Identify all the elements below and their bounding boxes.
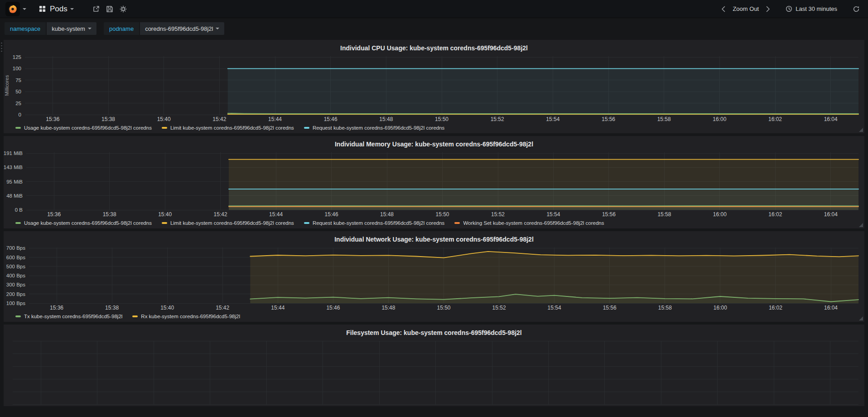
legend-item[interactable]: Rx kube-system coredns-695f96dcd5-98j2l — [132, 314, 240, 319]
x-axis-tick-label: 15:58 — [657, 211, 671, 218]
dashboard-picker[interactable]: Pods — [35, 3, 77, 15]
x-axis-tick-label: 15:40 — [160, 305, 174, 311]
x-axis-tick-label: 16:00 — [713, 116, 726, 122]
template-variables-bar: namespace kube-system podname coredns-69… — [0, 22, 868, 35]
panel-title[interactable]: Filesystem Usage: kube-system coredns-69… — [4, 327, 864, 338]
cpu-usage-legend: Usage kube-system coredns-695f96dcd5-98j… — [4, 122, 864, 133]
y-axis-tick-label: 200 Bps — [6, 291, 25, 297]
legend-item[interactable]: Limit kube-system coredns-695f96dcd5-98j… — [162, 125, 294, 131]
series-color-icon — [162, 222, 167, 224]
clock-icon — [786, 5, 792, 12]
variable-label-namespace: namespace — [5, 22, 46, 35]
x-axis-tick-label: 15:50 — [435, 211, 449, 218]
legend-item[interactable]: Request kube-system coredns-695f96dcd5-9… — [304, 125, 445, 131]
variable-value-podname[interactable]: coredns-695f96dcd5-98j2l — [140, 22, 224, 35]
y-axis-tick-label: 125 — [13, 54, 21, 60]
legend-item[interactable]: Request kube-system coredns-695f96dcd5-9… — [304, 220, 445, 226]
variable-value-namespace[interactable]: kube-system — [47, 22, 96, 35]
x-axis-tick-label: 16:00 — [713, 211, 727, 218]
panel-title-text: Individual Network Usage: kube-system co… — [334, 236, 534, 243]
x-axis-tick-label: 15:52 — [491, 211, 505, 218]
cpu-usage-chart[interactable]: 025507510012515:3615:3815:4015:4215:4415… — [4, 53, 864, 122]
legend-item[interactable]: Usage kube-system coredns-695f96dcd5-98j… — [15, 220, 152, 226]
x-axis-tick-label: 15:38 — [105, 305, 119, 311]
time-shift-forward-button[interactable] — [763, 4, 773, 14]
x-axis-tick-label: 15:52 — [491, 116, 504, 122]
y-axis-tick-label: 191 MiB — [4, 150, 23, 156]
x-axis-tick-label: 16:04 — [824, 211, 838, 218]
x-axis-tick-label: 15:54 — [546, 116, 559, 122]
series-color-icon — [162, 127, 167, 129]
legend-label: Limit kube-system coredns-695f96dcd5-98j… — [170, 220, 294, 226]
x-axis-tick-label: 15:36 — [50, 305, 63, 311]
x-axis-tick-label: 15:44 — [268, 116, 282, 122]
refresh-button[interactable] — [850, 4, 863, 15]
chart-canvas[interactable] — [4, 338, 864, 406]
x-axis-tick-label: 15:42 — [214, 211, 227, 218]
y-axis-tick-label: 300 Bps — [6, 282, 25, 287]
x-axis-tick-label: 16:02 — [768, 211, 782, 218]
panel-resize-handle[interactable] — [859, 316, 863, 320]
dashboard-grid-icon — [39, 5, 46, 12]
gear-icon — [120, 5, 127, 13]
y-axis-tick-label: 600 Bps — [6, 255, 25, 260]
legend-label: Usage kube-system coredns-695f96dcd5-98j… — [24, 220, 152, 226]
legend-item[interactable]: Working Set kube-system coredns-695f96dc… — [454, 220, 604, 226]
x-axis-tick-label: 15:40 — [157, 116, 171, 122]
save-button[interactable] — [103, 4, 116, 15]
x-axis-tick-label: 15:56 — [602, 211, 616, 218]
series-color-icon — [15, 127, 21, 129]
legend-label: Request kube-system coredns-695f96dcd5-9… — [313, 125, 445, 131]
x-axis-tick-label: 15:44 — [271, 305, 285, 311]
navbar: Pods Zoom — [0, 0, 868, 18]
chart-canvas[interactable]: 100 Bps200 Bps300 Bps400 Bps500 Bps600 B… — [4, 245, 864, 311]
x-axis-tick-label: 16:04 — [824, 305, 838, 311]
zoom-out-button[interactable]: Zoom Out — [730, 4, 762, 14]
memory-usage-chart[interactable]: 0 B48 MiB95 MiB143 MiB191 MiB15:3615:381… — [4, 150, 864, 218]
legend-item[interactable]: Tx kube-system coredns-695f96dcd5-98j2l — [15, 314, 122, 319]
x-axis-tick-label: 15:42 — [212, 116, 226, 122]
y-axis-tick-label: 48 MiB — [6, 193, 23, 199]
y-axis-tick-label: 0 B — [15, 207, 23, 213]
chart-canvas[interactable]: 025507510012515:3615:3815:4015:4215:4415… — [4, 53, 864, 122]
grafana-main-menu[interactable] — [5, 2, 26, 16]
memory-usage-legend: Usage kube-system coredns-695f96dcd5-98j… — [4, 218, 864, 228]
x-axis-tick-label: 15:38 — [103, 211, 116, 218]
panel-title[interactable]: Individual Network Usage: kube-system co… — [4, 234, 864, 245]
panel-resize-handle[interactable] — [859, 128, 863, 132]
variable-label-podname: podname — [104, 22, 139, 35]
legend-item[interactable]: Usage kube-system coredns-695f96dcd5-98j… — [15, 125, 152, 131]
row-drag-handle[interactable] — [0, 42, 3, 53]
series-color-icon — [454, 222, 460, 224]
x-axis-tick-label: 15:46 — [325, 211, 338, 218]
time-range-button[interactable]: Last 30 minutes — [783, 4, 840, 14]
series-color-icon — [304, 127, 309, 129]
x-axis-tick-label: 16:04 — [824, 116, 838, 122]
y-axis-tick-label: 25 — [15, 101, 21, 106]
x-axis-tick-label: 15:36 — [46, 116, 59, 122]
panel-title[interactable]: Individual CPU Usage: kube-system coredn… — [4, 43, 864, 53]
x-axis-tick-label: 15:52 — [492, 305, 506, 311]
network-usage-chart[interactable]: 100 Bps200 Bps300 Bps400 Bps500 Bps600 B… — [4, 245, 864, 311]
panel-title-text: Individual Memory Usage: kube-system cor… — [335, 141, 533, 148]
legend-label: Working Set kube-system coredns-695f96dc… — [463, 220, 604, 226]
legend-item[interactable]: Limit kube-system coredns-695f96dcd5-98j… — [162, 220, 294, 226]
share-icon — [92, 5, 100, 13]
chevron-right-icon — [766, 6, 770, 12]
share-button[interactable] — [89, 4, 103, 15]
panel-title[interactable]: Individual Memory Usage: kube-system cor… — [4, 139, 864, 150]
y-axis-tick-label: 75 — [15, 78, 21, 83]
filesystem-usage-chart[interactable] — [4, 338, 864, 406]
time-shift-back-button[interactable] — [719, 4, 728, 14]
x-axis-tick-label: 15:48 — [380, 211, 394, 218]
y-axis-tick-label: 100 — [13, 66, 21, 71]
y-axis-unit-label: Millicores — [4, 75, 10, 96]
x-axis-tick-label: 15:54 — [546, 211, 560, 218]
panel-resize-handle[interactable] — [859, 223, 863, 227]
chart-canvas[interactable]: 0 B48 MiB95 MiB143 MiB191 MiB15:3615:381… — [4, 150, 864, 218]
variable-value-text: kube-system — [52, 25, 85, 32]
y-axis-tick-label: 50 — [15, 89, 21, 94]
settings-button[interactable] — [116, 4, 130, 15]
y-axis-tick-label: 143 MiB — [4, 165, 23, 170]
chevron-down-icon — [216, 28, 219, 29]
